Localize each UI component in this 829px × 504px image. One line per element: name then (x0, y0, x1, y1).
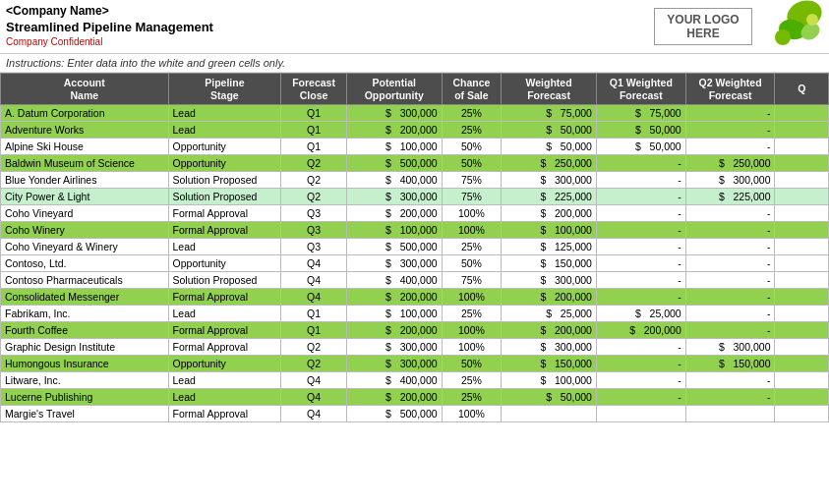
table-cell-q1: - (596, 255, 685, 272)
table-cell-chance: 100% (442, 289, 502, 306)
table-cell-account: Graphic Design Institute (1, 339, 169, 356)
table-cell-chance: 50% (442, 356, 502, 372)
table-cell-weighted: $ 300,000 (502, 272, 597, 289)
table-cell-stage: Opportunity (168, 155, 281, 172)
table-cell-q3 (775, 239, 829, 255)
col-q3: Q (775, 74, 829, 105)
confidential-label: Company Confidential (6, 36, 640, 47)
table-cell-q1: $ 75,000 (596, 105, 685, 122)
table-cell-weighted: $ 50,000 (502, 389, 597, 406)
table-cell-potential: $ 200,000 (346, 122, 442, 139)
table-cell-account: Fourth Coffee (1, 322, 169, 339)
table-cell-chance: 25% (442, 105, 502, 122)
table-cell-weighted: $ 125,000 (502, 239, 597, 255)
table-cell-q1: - (596, 272, 685, 289)
table-cell-q1: - (596, 339, 685, 356)
table-cell-weighted: $ 250,000 (502, 155, 597, 172)
table-cell-q3 (775, 406, 829, 422)
col-account: AccountName (1, 74, 169, 105)
table-cell-account: Consolidated Messenger (1, 289, 169, 306)
svg-point-4 (806, 14, 818, 26)
table-cell-chance: 25% (442, 122, 502, 139)
table-cell-q3 (775, 306, 829, 322)
table-cell-chance: 100% (442, 406, 502, 422)
table-cell-weighted: $ 100,000 (502, 372, 597, 389)
table-cell-potential: $ 400,000 (346, 272, 442, 289)
table-cell-close: Q4 (281, 406, 347, 422)
table-cell-weighted: $ 300,000 (502, 339, 597, 356)
table-cell-q2: $ 150,000 (685, 356, 775, 372)
table-cell-account: Contoso Pharmaceuticals (1, 272, 169, 289)
table-cell-q2: - (685, 289, 775, 306)
table-cell-q2: - (685, 105, 775, 122)
table-cell-potential: $ 100,000 (346, 306, 442, 322)
table-cell-stage: Formal Approval (168, 339, 281, 356)
table-cell-potential: $ 500,000 (346, 239, 442, 255)
table-cell-q2: - (685, 205, 775, 222)
table-cell-q3 (775, 255, 829, 272)
table-cell-q3 (775, 205, 829, 222)
table-cell-account: Humongous Insurance (1, 356, 169, 372)
table-cell-chance: 75% (442, 189, 502, 205)
table-cell-potential: $ 500,000 (346, 155, 442, 172)
table-cell-q1: $ 25,000 (596, 306, 685, 322)
table-cell-q3 (775, 139, 829, 155)
table-cell-close: Q3 (281, 239, 347, 255)
table-cell-close: Q1 (281, 306, 347, 322)
table-cell-close: Q1 (281, 139, 347, 155)
table-cell-potential: $ 400,000 (346, 372, 442, 389)
table-cell-potential: $ 300,000 (346, 189, 442, 205)
green-logo (760, 0, 829, 53)
table-cell-stage: Lead (168, 105, 281, 122)
table-cell-chance: 50% (442, 155, 502, 172)
table-cell-close: Q4 (281, 255, 347, 272)
table-cell-potential: $ 300,000 (346, 255, 442, 272)
table-cell-q1: $ 50,000 (596, 139, 685, 155)
table-wrap: AccountName PipelineStage ForecastClose … (0, 73, 829, 422)
table-cell-q2: - (685, 122, 775, 139)
table-cell-q2: - (685, 272, 775, 289)
table-cell-weighted: $ 100,000 (502, 222, 597, 239)
table-cell-q3 (775, 289, 829, 306)
table-cell-weighted: $ 200,000 (502, 289, 597, 306)
col-stage: PipelineStage (168, 74, 281, 105)
table-cell-stage: Solution Proposed (168, 189, 281, 205)
table-cell-stage: Opportunity (168, 356, 281, 372)
table-cell-stage: Lead (168, 306, 281, 322)
table-cell-weighted: $ 50,000 (502, 139, 597, 155)
table-cell-chance: 25% (442, 372, 502, 389)
header-area: <Company Name> Streamlined Pipeline Mana… (0, 0, 829, 54)
table-cell-account: Litware, Inc. (1, 372, 169, 389)
table-cell-stage: Formal Approval (168, 406, 281, 422)
table-cell-stage: Formal Approval (168, 222, 281, 239)
table-cell-q1: - (596, 389, 685, 406)
table-cell-q3 (775, 356, 829, 372)
table-cell-potential: $ 200,000 (346, 389, 442, 406)
table-cell-chance: 100% (442, 339, 502, 356)
table-cell-account: Coho Vineyard & Winery (1, 239, 169, 255)
table-cell-potential: $ 200,000 (346, 289, 442, 306)
table-cell-q2: $ 300,000 (685, 339, 775, 356)
col-forecast-close: ForecastClose (281, 74, 347, 105)
table-cell-q1: - (596, 189, 685, 205)
table-cell-q3 (775, 389, 829, 406)
table-cell-close: Q4 (281, 389, 347, 406)
table-cell-close: Q3 (281, 205, 347, 222)
table-cell-potential: $ 300,000 (346, 356, 442, 372)
table-cell-close: Q2 (281, 155, 347, 172)
table-cell-chance: 75% (442, 172, 502, 189)
table-cell-chance: 100% (442, 205, 502, 222)
col-weighted: WeightedForecast (502, 74, 597, 105)
table-cell-q3 (775, 172, 829, 189)
table-cell-q3 (775, 105, 829, 122)
table-cell-q2: - (685, 255, 775, 272)
table-cell-q1: - (596, 356, 685, 372)
table-cell-account: Coho Vineyard (1, 205, 169, 222)
table-cell-stage: Lead (168, 122, 281, 139)
table-cell-stage: Lead (168, 372, 281, 389)
table-cell-q3 (775, 155, 829, 172)
table-cell-weighted: $ 200,000 (502, 205, 597, 222)
table-cell-q2 (685, 406, 775, 422)
table-cell-weighted: $ 225,000 (502, 189, 597, 205)
table-cell-q3 (775, 189, 829, 205)
